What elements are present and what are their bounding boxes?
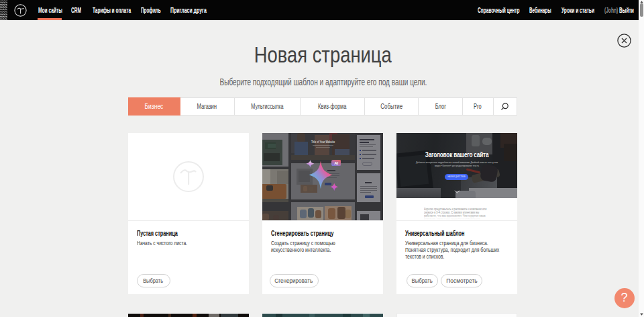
svg-text:AI: AI — [334, 161, 338, 165]
